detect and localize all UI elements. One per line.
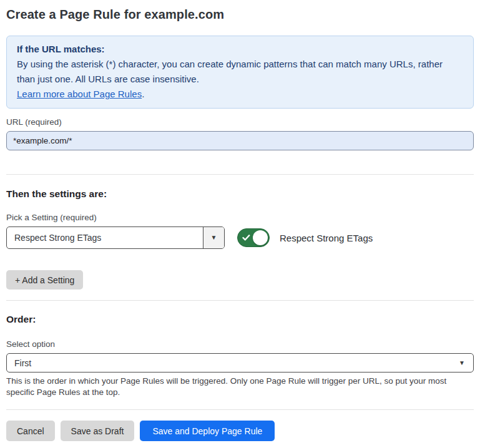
settings-section-heading: Then the settings are: [6, 188, 474, 200]
page-title: Create a Page Rule for example.com [6, 6, 474, 22]
footer-actions: Cancel Save as Draft Save and Deploy Pag… [6, 421, 474, 441]
divider [6, 174, 474, 175]
link-period: . [142, 89, 144, 99]
info-box-heading: If the URL matches: [17, 42, 463, 57]
order-select-label: Select option [6, 339, 474, 349]
create-page-rule-form: Create a Page Rule for example.com If th… [0, 6, 480, 441]
cancel-button[interactable]: Cancel [6, 421, 55, 441]
setting-row: Respect Strong ETags ▼ Respect Strong ET… [6, 226, 474, 249]
save-deploy-button[interactable]: Save and Deploy Page Rule [140, 421, 275, 441]
divider [6, 409, 474, 410]
order-help-text: This is the order in which your Page Rul… [6, 376, 471, 398]
info-box-body: By using the asterisk (*) character, you… [17, 57, 463, 87]
url-label: URL (required) [6, 117, 474, 127]
setting-toggle[interactable] [237, 228, 270, 247]
order-section-heading: Order: [6, 313, 474, 325]
pick-setting-label: Pick a Setting (required) [6, 212, 474, 223]
url-input[interactable] [6, 131, 474, 150]
url-match-info-box: If the URL matches: By using the asteris… [6, 36, 474, 109]
caret-down-icon: ▼ [451, 360, 473, 366]
toggle-label: Respect Strong ETags [280, 233, 373, 243]
info-box-link-line: Learn more about Page Rules. [17, 87, 463, 102]
order-select[interactable]: First ▼ [6, 353, 474, 373]
divider [6, 300, 474, 301]
save-draft-button[interactable]: Save as Draft [61, 421, 135, 441]
add-setting-button[interactable]: + Add a Setting [6, 270, 83, 290]
check-icon [242, 235, 250, 241]
order-select-value: First [7, 358, 451, 368]
setting-select[interactable]: Respect Strong ETags ▼ [6, 226, 225, 249]
caret-down-icon[interactable]: ▼ [203, 227, 224, 248]
toggle-knob [253, 230, 268, 245]
setting-select-value: Respect Strong ETags [7, 233, 203, 243]
learn-more-link[interactable]: Learn more about Page Rules [17, 89, 142, 99]
